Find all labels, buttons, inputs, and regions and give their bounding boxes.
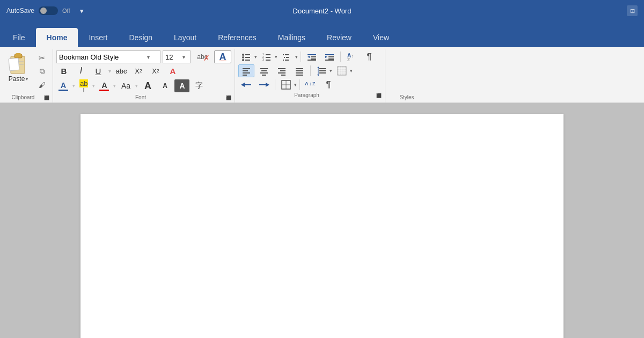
title-bar: AutoSave Off ▾ Document2 - Word ⊡ xyxy=(0,0,644,21)
cut-button[interactable]: ✂ xyxy=(34,52,49,64)
para-row2: ▾ ▾ xyxy=(238,64,382,77)
clipboard-label: Clipboard xyxy=(3,93,43,102)
svg-marker-68 xyxy=(259,83,269,87)
increase-indent-button[interactable] xyxy=(321,50,338,63)
paragraph-expand-icon[interactable]: ⬛ xyxy=(376,93,382,98)
align-right-button[interactable] xyxy=(274,64,290,77)
clear-formatting-button[interactable]: abc ✗ xyxy=(193,50,212,63)
show-hide-marks[interactable]: ¶ xyxy=(320,78,336,91)
tab-review[interactable]: Review xyxy=(316,28,362,47)
line-spacing-button[interactable] xyxy=(313,64,330,77)
svg-marker-57 xyxy=(317,67,319,68)
clipboard-group: Paste ▾ ✂ ⧉ 🖌 Clipboard ⬛ xyxy=(0,49,53,102)
borders-button[interactable] xyxy=(278,78,294,91)
clipboard-label-row: Clipboard ⬛ xyxy=(3,93,49,102)
borders-icon xyxy=(281,80,291,90)
restore-window-button[interactable]: ⊡ xyxy=(627,5,638,16)
tab-mailings[interactable]: Mailings xyxy=(267,28,316,47)
tab-references[interactable]: References xyxy=(207,28,267,47)
svg-rect-48 xyxy=(278,72,286,74)
document-area xyxy=(0,103,644,338)
justify-icon xyxy=(295,66,304,76)
line-spacing-dropdown[interactable]: ▾ xyxy=(330,68,332,74)
italic-button[interactable]: I xyxy=(74,64,89,77)
paste-dropdown-arrow[interactable]: ▾ xyxy=(26,77,28,82)
numbering-button[interactable]: 1 2 3 xyxy=(259,50,275,63)
font-label: Font xyxy=(56,93,225,102)
show-paragraph-button[interactable]: ¶ xyxy=(361,50,377,63)
az-sort-button[interactable]: A ↓ Z xyxy=(303,78,319,91)
borders-dropdown[interactable]: ▾ xyxy=(294,82,297,87)
character-shading-button[interactable]: A xyxy=(97,80,111,92)
increase-indent-icon xyxy=(325,52,334,62)
grow-font-button[interactable]: A xyxy=(140,79,155,92)
text-effects-button[interactable]: A xyxy=(174,79,189,92)
svg-text:↕: ↕ xyxy=(352,54,354,58)
asian-text-button[interactable]: 字 xyxy=(192,79,207,92)
font-name-dropdown[interactable]: ▾ xyxy=(147,54,151,60)
tab-view[interactable]: View xyxy=(362,28,400,47)
font-color-button[interactable]: A xyxy=(56,80,70,92)
text-highlight-button[interactable]: ab ∥ xyxy=(77,78,90,93)
shading-dropdown[interactable]: ▾ xyxy=(350,68,353,74)
align-center-button[interactable] xyxy=(256,64,272,77)
para-divider2 xyxy=(340,52,341,62)
svg-text:3: 3 xyxy=(262,58,264,61)
paste-button[interactable]: Paste ▾ xyxy=(3,50,33,84)
tab-file[interactable]: File xyxy=(2,28,36,47)
svg-rect-33 xyxy=(328,58,334,60)
shrink-font-button[interactable]: A xyxy=(157,79,172,92)
autosave-toggle[interactable] xyxy=(39,6,58,15)
window-title: Document2 - Word xyxy=(293,7,352,15)
rtl-text-direction[interactable] xyxy=(256,78,272,91)
svg-rect-40 xyxy=(243,72,250,74)
svg-rect-12 xyxy=(245,60,250,61)
font-name-input[interactable] xyxy=(57,53,147,61)
change-case-button[interactable]: Aa xyxy=(118,79,133,92)
svg-rect-32 xyxy=(328,56,334,57)
tab-insert[interactable]: Insert xyxy=(78,28,118,47)
document-page[interactable] xyxy=(80,114,564,338)
decrease-indent-button[interactable] xyxy=(304,50,320,63)
format-painter-button[interactable]: 🖌 xyxy=(34,78,49,91)
numbering-icon: 1 2 3 xyxy=(262,52,272,62)
align-left-button[interactable] xyxy=(238,64,254,77)
underline-button[interactable]: U xyxy=(91,64,106,77)
para-divider3 xyxy=(310,65,311,76)
font-expand-icon[interactable]: ⬛ xyxy=(226,95,231,100)
svg-rect-16 xyxy=(266,57,270,58)
borders-container: ▾ xyxy=(278,78,297,91)
bullets-button[interactable] xyxy=(238,50,254,63)
copy-button[interactable]: ⧉ xyxy=(34,65,49,78)
font-controls: ▾ ▾ abc ✗ A xyxy=(56,50,231,93)
strikethrough-button[interactable]: abc xyxy=(114,64,129,77)
ltr-text-direction[interactable] xyxy=(238,78,254,91)
multilevel-dropdown[interactable]: ▾ xyxy=(295,54,298,60)
subscript-button[interactable]: X2 xyxy=(131,64,146,77)
tab-home[interactable]: Home xyxy=(36,28,78,47)
title-bar-left: AutoSave Off ▾ xyxy=(6,6,89,16)
bullets-dropdown[interactable]: ▾ xyxy=(254,54,257,60)
font-size-input[interactable] xyxy=(163,53,182,61)
quick-access-dropdown[interactable]: ▾ xyxy=(79,6,85,16)
sort-button[interactable]: A ↕ Z xyxy=(343,50,360,63)
svg-rect-55 xyxy=(319,70,326,71)
font-label-row: Font ⬛ xyxy=(56,93,231,102)
bold-button[interactable]: B xyxy=(56,64,71,77)
svg-rect-22 xyxy=(286,57,289,58)
justify-button[interactable] xyxy=(291,64,308,77)
svg-point-9 xyxy=(242,56,244,58)
superscript-button[interactable]: X2 xyxy=(148,64,163,77)
character-format-button[interactable]: A xyxy=(214,50,231,63)
text-highlight-color-button[interactable]: A xyxy=(165,64,180,77)
svg-rect-51 xyxy=(296,70,303,71)
align-right-icon xyxy=(277,66,287,76)
font-size-dropdown[interactable]: ▾ xyxy=(182,54,187,60)
shading-button[interactable] xyxy=(334,64,350,77)
tab-layout[interactable]: Layout xyxy=(163,28,207,47)
numbering-dropdown[interactable]: ▾ xyxy=(275,54,277,60)
clipboard-expand-icon[interactable]: ⬛ xyxy=(44,95,49,100)
svg-rect-6 xyxy=(9,58,19,70)
multilevel-button[interactable] xyxy=(279,50,295,63)
tab-design[interactable]: Design xyxy=(118,28,163,47)
